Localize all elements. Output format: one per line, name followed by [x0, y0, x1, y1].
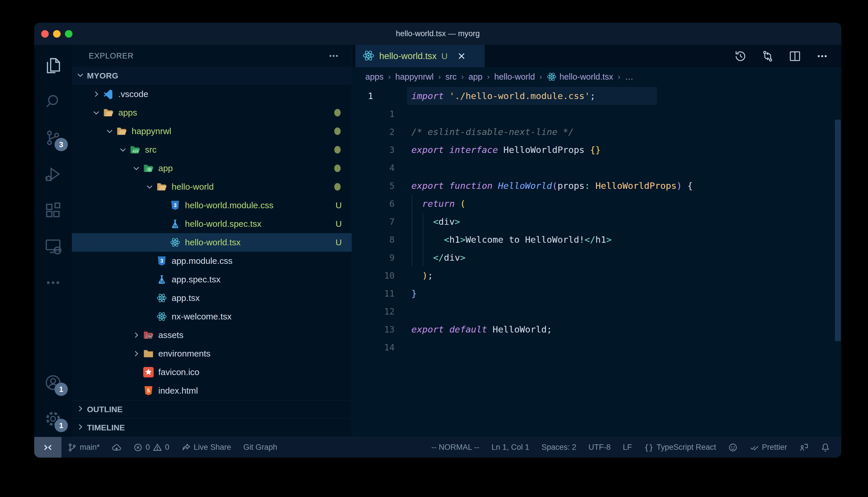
code-token: ; — [590, 91, 595, 101]
chevron-down-icon[interactable] — [143, 183, 156, 191]
close-tab-icon[interactable]: ✕ — [457, 51, 466, 62]
vscode-window: hello-world.tsx — myorg 311 EXPLORER MYO… — [34, 23, 841, 458]
tree-item--vscode[interactable]: .vscode — [72, 85, 352, 103]
status-item-git-graph[interactable]: Git Graph — [237, 437, 283, 458]
tree-item-apps[interactable]: apps — [72, 103, 352, 122]
tree-item-hello-world[interactable]: hello-world — [72, 178, 352, 196]
status-item-cursor-position[interactable]: Ln 1, Col 1 — [485, 437, 536, 458]
status-item-live-share[interactable]: Live Share — [175, 437, 237, 458]
section-timeline[interactable]: TIMELINE — [72, 418, 352, 437]
code-token: > — [460, 234, 466, 245]
status-item-encoding[interactable]: UTF-8 — [582, 437, 617, 458]
tree-item-app-tsx[interactable]: app.tsx — [72, 289, 352, 307]
tree-item-hello-world-module-css[interactable]: 3hello-world.module.cssU — [72, 196, 352, 215]
activity-run-and-debug-button[interactable] — [34, 156, 72, 192]
close-window-button[interactable] — [41, 30, 49, 38]
tree-item-src[interactable]: </>src — [72, 141, 352, 159]
activity-extensions-button[interactable] — [34, 192, 72, 228]
window-title: hello-world.tsx — myorg — [396, 29, 480, 38]
code-token: Welcome to HelloWorld! — [466, 234, 585, 245]
views-and-more-actions-button[interactable] — [327, 49, 340, 62]
tree-item-app-spec-tsx[interactable]: TSapp.spec.tsx — [72, 270, 352, 289]
breadcrumb-item-src[interactable]: src — [445, 72, 457, 82]
tree-item-favicon-ico[interactable]: favicon.ico — [72, 363, 352, 381]
code-line: 8 <h1>Welcome to HelloWorld!</h1> — [352, 230, 841, 248]
favicon-icon — [143, 367, 154, 378]
section-outline[interactable]: OUTLINE — [72, 400, 352, 418]
status-label: 0 — [165, 443, 169, 452]
tree-item-assets[interactable]: assets — [72, 326, 352, 344]
open-changes-button[interactable] — [761, 49, 775, 63]
chevron-down-icon[interactable] — [89, 108, 103, 117]
explorer-icon — [43, 56, 63, 75]
tree-item-index-html[interactable]: 5index.html — [72, 381, 352, 400]
status-item-sync-changes[interactable] — [106, 437, 127, 458]
branch-icon — [68, 443, 77, 452]
breadcrumb-item-hello-world-tsx[interactable]: hello-world.tsx — [547, 72, 613, 82]
code-token: > — [455, 216, 460, 227]
breadcrumb-item-happynrwl[interactable]: happynrwl — [396, 72, 434, 82]
activity-badge: 3 — [55, 138, 68, 151]
tree-item-app-module-css[interactable]: 3app.module.css — [72, 252, 352, 270]
minimize-window-button[interactable] — [53, 30, 60, 38]
tab-hello-world-tsx[interactable]: hello-world.tsx U ✕ — [356, 45, 485, 67]
activity-more-actions-button[interactable] — [34, 265, 72, 301]
code-token — [444, 324, 449, 335]
chevron-right-icon[interactable] — [89, 90, 103, 98]
code-line: 11} — [352, 284, 841, 302]
tree-item-app[interactable]: app — [72, 159, 352, 178]
zoom-window-button[interactable] — [65, 30, 72, 38]
activity-search-button[interactable] — [34, 83, 72, 119]
remote-indicator-button[interactable] — [34, 437, 61, 458]
status-item-prettier[interactable]: Prettier — [744, 437, 793, 458]
status-item-feedback[interactable] — [793, 437, 815, 458]
breadcrumb-item-apps[interactable]: apps — [365, 72, 384, 82]
code-editor[interactable]: 1import './hello-world.module.css';12/* … — [352, 86, 841, 437]
breadcrumb-item-hello-world[interactable]: hello-world — [494, 72, 535, 82]
status-item-github[interactable] — [722, 437, 744, 458]
activity-accounts-button[interactable]: 1 — [34, 364, 72, 400]
activity-remote-explorer-button[interactable] — [34, 228, 72, 265]
chevron-down-icon[interactable] — [116, 145, 130, 154]
chevron-right-icon[interactable] — [129, 349, 143, 358]
breadcrumb-label: apps — [365, 72, 384, 82]
code-token: ( — [552, 181, 557, 191]
tree-item-label: environments — [158, 349, 352, 358]
activity-source-control-button[interactable]: 3 — [34, 119, 72, 156]
tree-item-hello-world-tsx[interactable]: hello-world.tsxU — [72, 233, 352, 252]
code-token — [411, 252, 433, 263]
code-token: return — [422, 198, 455, 209]
chevron-right-icon[interactable] — [129, 331, 143, 339]
breadcrumb-item--[interactable]: … — [625, 72, 633, 82]
workspace-section-header[interactable]: MYORG — [72, 67, 352, 85]
chevron-down-icon[interactable] — [102, 127, 116, 136]
git-modified-dot-icon — [334, 146, 341, 154]
activity-manage-settings-button[interactable]: 1 — [34, 400, 72, 437]
split-editor-button[interactable] — [788, 49, 802, 63]
more-actions-button[interactable] — [815, 49, 829, 63]
status-item-notifications[interactable] — [815, 437, 836, 458]
timeline-history-button[interactable] — [733, 49, 747, 63]
line-number: 1 — [368, 91, 373, 101]
svg-text:</>: </> — [133, 149, 139, 153]
tree-item-happynrwl[interactable]: happynrwl — [72, 122, 352, 141]
tree-item-environments[interactable]: environments — [72, 344, 352, 363]
status-item-problems[interactable]: 00 — [127, 437, 175, 458]
status-label: -- NORMAL -- — [431, 443, 479, 452]
status-item-vim-mode[interactable]: -- NORMAL -- — [425, 437, 485, 458]
status-item-indentation[interactable]: Spaces: 2 — [536, 437, 582, 458]
status-item-language-mode[interactable]: {}TypeScript React — [638, 437, 722, 458]
chevron-down-icon[interactable] — [129, 164, 143, 173]
line-number: 9 — [352, 253, 395, 263]
editor-scrollbar[interactable] — [835, 119, 841, 341]
tree-item-nx-welcome-tsx[interactable]: nx-welcome.tsx — [72, 307, 352, 326]
status-item-eol[interactable]: LF — [617, 437, 638, 458]
code-line: 3export interface HelloWorldProps {} — [352, 141, 841, 159]
tree-item-hello-world-spec-tsx[interactable]: TShello-world.spec.tsxU — [72, 215, 352, 233]
activity-explorer-button[interactable] — [34, 47, 72, 83]
code-token: HelloWorld — [498, 181, 552, 191]
status-item-git-branch[interactable]: main* — [61, 437, 106, 458]
line-number: 6 — [352, 199, 395, 209]
breadcrumb-item-app[interactable]: app — [468, 72, 482, 82]
test-icon: TS — [170, 219, 180, 229]
